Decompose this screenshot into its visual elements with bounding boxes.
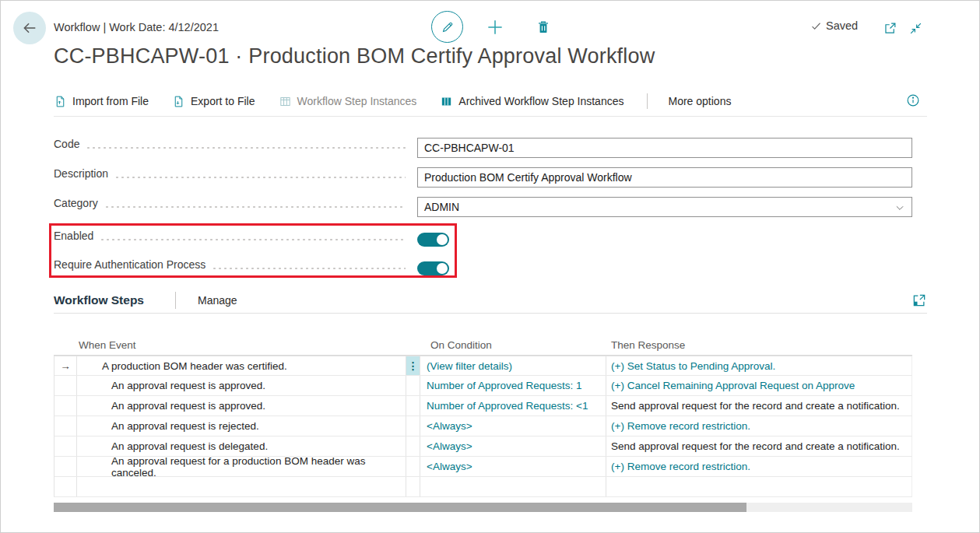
trash-icon [535, 19, 552, 36]
response-cell[interactable]: Send approval request for the record and… [606, 437, 912, 456]
more-options-label: More options [668, 95, 731, 107]
event-cell[interactable]: An approval request is delegated. [77, 437, 406, 456]
row-ellipsis-placeholder [406, 396, 420, 416]
table-row: An approval request is delegated. <Alway… [54, 437, 912, 457]
info-icon [905, 93, 921, 108]
table-row: An approval request is approved. Number … [54, 376, 912, 396]
workflow-steps-header: Workflow Steps Manage [54, 290, 927, 310]
table-row: An approval request for a production BOM… [54, 457, 912, 477]
workflow-step-instances-button[interactable]: Workflow Step Instances [279, 95, 417, 108]
response-cell[interactable]: (+) Remove record restriction. [606, 416, 912, 436]
row-selector[interactable] [54, 396, 77, 416]
section-separator [175, 292, 176, 309]
open-in-new-window-button[interactable] [881, 19, 898, 37]
event-cell[interactable]: An approval request is rejected. [77, 416, 406, 436]
category-label: Category [54, 197, 98, 217]
dotted-leader [104, 197, 406, 217]
edit-button[interactable] [431, 11, 463, 43]
row-ellipsis-placeholder [406, 457, 420, 476]
col-header-then-response: Then Response [606, 339, 685, 351]
description-input[interactable]: Production BOM Certify Approval Workflow [417, 167, 912, 188]
condition-cell[interactable]: <Always> [420, 416, 606, 436]
arrow-left-icon [21, 19, 38, 37]
code-label: Code [54, 138, 79, 158]
field-code: Code CC-PBHCAPW-01 [54, 138, 912, 158]
row-ellipsis-placeholder [406, 477, 420, 496]
archived-workflow-step-instances-button[interactable]: Archived Workflow Step Instances [440, 95, 623, 108]
condition-cell[interactable]: (View filter details) [420, 356, 606, 375]
event-cell[interactable]: A production BOM header was certified. [77, 356, 406, 375]
row-selector[interactable] [54, 416, 77, 436]
event-cell[interactable] [77, 477, 406, 496]
code-input[interactable]: CC-PBHCAPW-01 [417, 138, 912, 158]
focus-mode-button[interactable] [912, 293, 927, 308]
info-button[interactable] [905, 93, 921, 108]
field-require-authentication: Require Authentication Process [54, 258, 912, 279]
import-from-file-button[interactable]: Import from File [54, 95, 149, 108]
save-status: Saved [810, 19, 858, 32]
description-label: Description [54, 167, 108, 188]
category-select[interactable]: ADMIN [417, 197, 912, 217]
focus-mode-icon [912, 293, 927, 308]
table-filled-icon [440, 95, 453, 108]
row-ellipsis-button[interactable]: ⋮ [406, 356, 420, 375]
row-selector[interactable] [54, 477, 77, 496]
save-status-label: Saved [826, 19, 858, 32]
workflow-step-instances-label: Workflow Step Instances [297, 95, 417, 107]
condition-cell[interactable] [420, 477, 606, 496]
response-cell[interactable]: (+) Remove record restriction. [606, 457, 912, 476]
back-button[interactable] [13, 12, 46, 44]
breadcrumb: Workflow | Work Date: 4/12/2021 [54, 21, 219, 33]
table-row: → A production BOM header was certified.… [54, 356, 912, 376]
new-button[interactable] [483, 16, 507, 39]
require-authentication-label: Require Authentication Process [54, 258, 205, 279]
pencil-icon [440, 19, 455, 35]
condition-cell[interactable]: <Always> [420, 437, 606, 456]
condition-cell[interactable]: Number of Approved Requests: 1 [420, 376, 606, 395]
section-rule [54, 313, 927, 314]
horizontal-scrollbar[interactable] [54, 503, 912, 512]
dotted-leader [86, 138, 406, 158]
row-ellipsis-placeholder [406, 416, 420, 436]
row-selector[interactable]: → [54, 356, 77, 375]
enabled-toggle[interactable] [417, 233, 449, 247]
more-options-button[interactable]: More options [668, 95, 731, 107]
dotted-leader [100, 230, 406, 250]
response-cell[interactable]: (+) Cancel Remaining Approval Request on… [606, 376, 912, 395]
condition-cell[interactable]: <Always> [420, 457, 606, 476]
row-selector[interactable] [54, 376, 77, 395]
table-header-row: When Event On Condition Then Response [54, 335, 912, 356]
toggle-knob [437, 234, 448, 245]
chevron-down-icon[interactable] [894, 202, 905, 213]
dotted-leader [114, 167, 406, 188]
table-icon [279, 95, 292, 108]
enabled-label: Enabled [54, 230, 93, 250]
event-cell[interactable]: An approval request is approved. [77, 376, 406, 395]
response-cell[interactable]: (+) Set Status to Pending Approval. [606, 356, 912, 375]
manage-button[interactable]: Manage [198, 294, 237, 307]
event-cell[interactable]: An approval request for a production BOM… [77, 457, 406, 476]
require-authentication-toggle[interactable] [417, 261, 449, 275]
scrollbar-thumb[interactable] [54, 503, 746, 512]
collapse-icon [908, 21, 923, 36]
export-to-file-button[interactable]: Export to File [172, 95, 255, 108]
collapse-button[interactable] [907, 19, 924, 37]
row-selector[interactable] [54, 457, 77, 476]
toggle-knob [437, 263, 448, 274]
table-row-empty [54, 477, 912, 497]
page-title: CC-PBHCAPW-01 · Production BOM Certify A… [54, 44, 655, 68]
workflow-steps-title: Workflow Steps [54, 293, 144, 307]
col-header-when-event: When Event [54, 339, 420, 351]
action-bar: Import from File Export to File Workflow… [54, 90, 754, 112]
open-in-new-window-icon [883, 21, 897, 36]
table-row: An approval request is approved. Number … [54, 396, 912, 416]
response-cell[interactable]: Send approval request for the record and… [606, 396, 912, 416]
plus-icon [485, 17, 505, 37]
response-cell[interactable] [606, 477, 912, 496]
condition-cell[interactable]: Number of Approved Requests: <1 [420, 396, 606, 416]
check-icon [810, 20, 822, 32]
event-cell[interactable]: An approval request is approved. [77, 396, 406, 416]
action-bar-rule [54, 116, 927, 117]
delete-button[interactable] [532, 16, 555, 39]
row-selector[interactable] [54, 437, 77, 456]
